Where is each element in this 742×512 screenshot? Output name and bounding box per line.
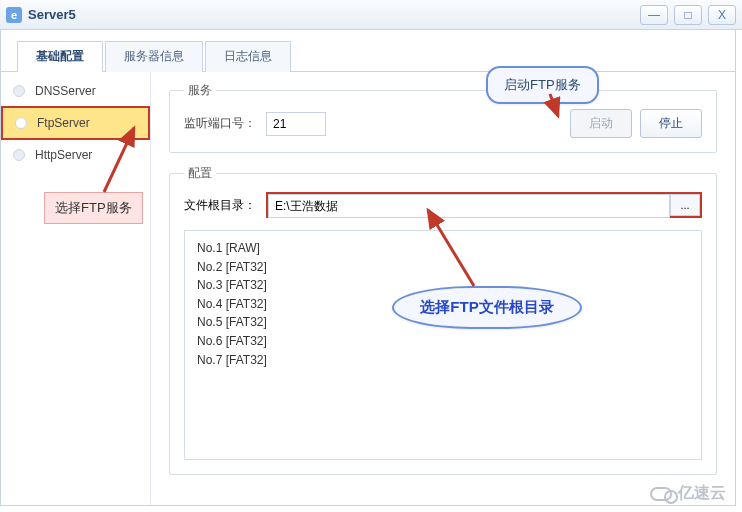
tab-log-info[interactable]: 日志信息 [205, 41, 291, 72]
content-area: DNSServer FtpServer HttpServer 服务 监听端口号：… [1, 72, 735, 505]
list-item: No.1 [RAW] [197, 239, 689, 258]
annotation-select-ftp: 选择FTP服务 [44, 192, 143, 224]
watermark: 亿速云 [650, 483, 726, 504]
port-label: 监听端口号： [184, 115, 256, 132]
tab-bar: 基础配置 服务器信息 日志信息 [1, 30, 735, 72]
list-item: No.2 [FAT32] [197, 258, 689, 277]
window-title: Server5 [28, 7, 76, 22]
server-list: DNSServer FtpServer HttpServer [1, 72, 151, 505]
server-item-label: DNSServer [35, 84, 96, 98]
app-icon: e [6, 7, 22, 23]
list-item: No.7 [FAT32] [197, 351, 689, 370]
tab-server-info[interactable]: 服务器信息 [105, 41, 203, 72]
annotation-start-ftp: 启动FTP服务 [486, 66, 599, 104]
list-item: No.6 [FAT32] [197, 332, 689, 351]
window-body: 基础配置 服务器信息 日志信息 DNSServer FtpServer Http… [0, 30, 736, 506]
watermark-icon [650, 487, 672, 501]
server-item-label: FtpServer [37, 116, 90, 130]
browse-button[interactable]: ... [670, 194, 700, 216]
root-dir-input[interactable] [268, 194, 670, 218]
close-button[interactable]: X [708, 5, 736, 25]
tab-basic-config[interactable]: 基础配置 [17, 41, 103, 72]
service-legend: 服务 [184, 82, 216, 99]
server-item-dns[interactable]: DNSServer [1, 76, 150, 106]
titlebar: e Server5 — □ X [0, 0, 742, 30]
maximize-button[interactable]: □ [674, 5, 702, 25]
status-dot-icon [13, 149, 25, 161]
server-item-ftp[interactable]: FtpServer [1, 106, 150, 140]
status-dot-icon [15, 117, 27, 129]
server-item-http[interactable]: HttpServer [1, 140, 150, 170]
status-dot-icon [13, 85, 25, 97]
start-button[interactable]: 启动 [570, 109, 632, 138]
service-fieldset: 服务 监听端口号： 启动 停止 [169, 82, 717, 153]
window-controls: — □ X [640, 5, 736, 25]
port-input[interactable] [266, 112, 326, 136]
root-dir-label: 文件根目录： [184, 197, 256, 214]
minimize-button[interactable]: — [640, 5, 668, 25]
annotation-select-root: 选择FTP文件根目录 [392, 286, 582, 329]
server-item-label: HttpServer [35, 148, 92, 162]
partition-listing: No.1 [RAW] No.2 [FAT32] No.3 [FAT32] No.… [184, 230, 702, 460]
root-dir-box: ... [266, 192, 702, 218]
watermark-text: 亿速云 [678, 483, 726, 504]
config-legend: 配置 [184, 165, 216, 182]
stop-button[interactable]: 停止 [640, 109, 702, 138]
